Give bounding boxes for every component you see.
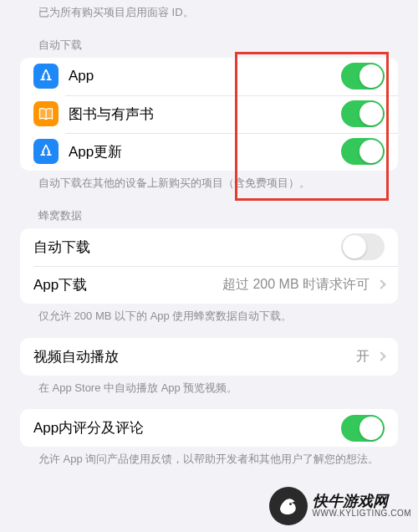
row-reviews: App内评分及评论 <box>20 409 398 447</box>
watermark-url: WWW.KYLIGTING.COM <box>313 509 412 519</box>
row-reviews-label: App内评分及评论 <box>33 418 341 437</box>
switch-cell-auto[interactable] <box>341 233 385 260</box>
row-appupdate-label: App更新 <box>69 142 341 161</box>
cellular-header: 蜂窝数据 <box>0 197 418 228</box>
appstore-update-icon <box>33 139 59 164</box>
chevron-right-icon <box>376 351 385 361</box>
switch-app[interactable] <box>341 63 385 90</box>
reviews-group: App内评分及评论 <box>20 409 398 447</box>
chevron-right-icon <box>376 280 385 289</box>
row-video-label: 视频自动播放 <box>33 347 356 366</box>
row-video-autoplay[interactable]: 视频自动播放 开 <box>20 338 398 376</box>
row-cell-appdl-value: 超过 200 MB 时请求许可 <box>222 276 370 294</box>
row-cell-auto-label: 自动下载 <box>33 238 341 257</box>
row-books-label: 图书与有声书 <box>69 105 341 124</box>
switch-reviews[interactable] <box>341 415 385 442</box>
watermark-icon <box>269 487 308 525</box>
cellular-group: 自动下载 App下载 超过 200 MB 时请求许可 <box>20 228 398 304</box>
row-video-value: 开 <box>356 348 370 366</box>
row-cell-appdl-label: App下载 <box>33 275 87 294</box>
row-cell-appdl[interactable]: App下载 超过 200 MB 时请求许可 <box>20 266 398 304</box>
video-group: 视频自动播放 开 <box>20 338 398 376</box>
row-cell-auto: 自动下载 <box>20 228 398 266</box>
row-appupdate: App更新 <box>20 133 398 171</box>
row-app-label: App <box>69 68 341 84</box>
watermark-title: 快牛游戏网 <box>313 494 412 509</box>
video-footer: 在 App Store 中自动播放 App 预览视频。 <box>0 376 418 402</box>
faceid-footer: 已为所有购买项目启用面容 ID。 <box>0 0 418 26</box>
row-books: 图书与有声书 <box>20 95 398 133</box>
switch-books[interactable] <box>341 100 385 127</box>
switch-appupdate[interactable] <box>341 138 385 165</box>
auto-download-group: App 图书与有声书 App更新 <box>20 58 398 171</box>
cellular-footer: 仅允许 200 MB 以下的 App 使用蜂窝数据自动下载。 <box>0 304 418 330</box>
svg-point-0 <box>289 503 292 505</box>
auto-download-footer: 自动下载在其他的设备上新购买的项目（含免费项目）。 <box>0 171 418 197</box>
watermark: 快牛游戏网 WWW.KYLIGTING.COM <box>269 487 412 525</box>
appstore-icon <box>33 64 59 89</box>
reviews-footer: 允许 App 询问产品使用反馈，以帮助开发者和其他用户了解您的想法。 <box>0 447 418 473</box>
row-app: App <box>20 58 398 95</box>
auto-download-header: 自动下载 <box>0 26 418 58</box>
books-icon <box>33 101 59 126</box>
